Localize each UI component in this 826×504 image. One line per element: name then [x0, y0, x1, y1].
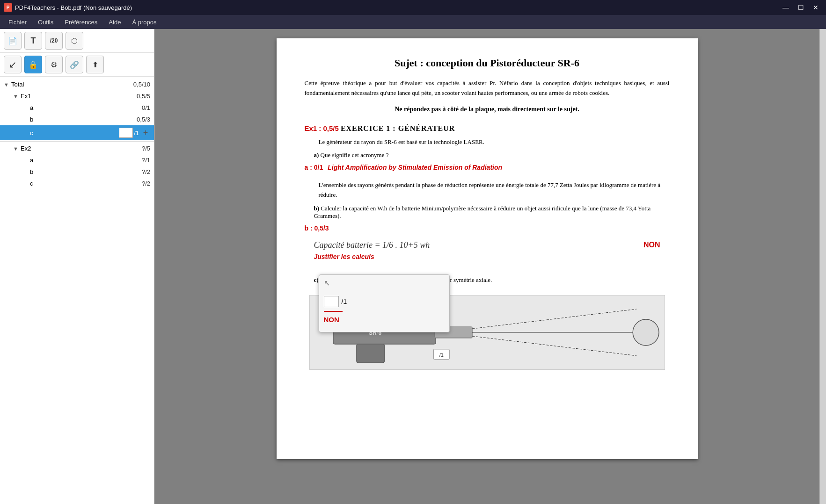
pdf-area[interactable]: Sujet : conception du Pistoréducteur SR-…: [154, 29, 819, 504]
label-ex1-c: c: [30, 130, 119, 137]
tree-row-ex1[interactable]: ▼ Ex1 0,5/5: [0, 90, 154, 102]
menu-apropos[interactable]: À propos: [127, 17, 161, 28]
label-ex1-a: a: [30, 104, 142, 111]
pdf-intro: Cette épreuve théorique a pour but d'éva…: [305, 79, 670, 98]
menu-preferences[interactable]: Préférences: [60, 17, 102, 28]
tree-row-ex1-a[interactable]: a 0/1: [0, 102, 154, 114]
ex1-title: EXERCICE 1 : GÉNÉRATEUR: [341, 124, 455, 133]
grade-input-ex1-c[interactable]: [119, 128, 133, 138]
popup-grade-row: /1: [324, 296, 445, 307]
app-title: PDF4Teachers - Bob.pdf (Non sauvegardé): [15, 4, 132, 11]
right-scrollbar[interactable]: [819, 29, 826, 504]
grade-ex1: 0,5/5: [137, 93, 150, 100]
menu-aide[interactable]: Aide: [104, 17, 125, 28]
label-ex1: Ex1: [21, 93, 137, 100]
grade-total: 0,5/10: [133, 81, 150, 88]
label-ex2: Ex2: [21, 145, 142, 152]
maximize-button[interactable]: ☐: [794, 1, 807, 14]
grade-ex1-b: 0,5/3: [137, 116, 150, 123]
ex1-annotation-b: Justifier les calculs: [314, 253, 374, 260]
svg-text:/1: /1: [439, 352, 443, 358]
label-ex2-b: b: [30, 168, 142, 175]
tree-row-ex1-b[interactable]: b 0,5/3: [0, 114, 154, 125]
app-icon: P: [4, 3, 12, 12]
toggle-ex2: ▼: [13, 146, 21, 151]
svg-point-6: [633, 319, 659, 346]
minimize-button[interactable]: —: [779, 1, 792, 14]
toggle-ex1: ▼: [13, 94, 21, 99]
svg-line-4: [472, 336, 636, 356]
menu-fichier[interactable]: Fichier: [4, 17, 31, 28]
toolbar-row-2: ↙ 🔒 ⚙ 🔗 ⬆: [0, 53, 154, 77]
ex1-handwriting-b: Capacité batterie = 1/6 . 10+5 wh NON Ju…: [305, 237, 670, 264]
toggle-total: ▼: [4, 82, 11, 87]
pdf-page: Sujet : conception du Pistoréducteur SR-…: [277, 38, 698, 459]
pdf-warning: Ne répondez pas à côté de la plaque, mai…: [305, 106, 670, 113]
grade-slash-ex1-c: /1: [134, 130, 139, 137]
ex1-header: Ex1 : 0,5/5 EXERCICE 1 : GÉNÉRATEUR: [305, 124, 670, 133]
popup-grade-input[interactable]: [324, 296, 339, 307]
ex1-sub-grade-b: b : 0,5/3: [305, 224, 670, 232]
ex1-sub-grade-a: a : 0/1 Light Amplification by Stimulate…: [305, 164, 670, 171]
label-ex1-b: b: [30, 116, 137, 123]
ex1-intro: Le générateur du rayon du SR-6 est basé …: [319, 137, 670, 147]
popup-non-annotation: NON: [324, 316, 445, 324]
grade-ex2-a: ?/1: [142, 157, 150, 164]
text-tool-button[interactable]: T: [24, 32, 42, 50]
pdf-icon: 📄: [8, 36, 17, 45]
lock-button[interactable]: 🔒: [24, 56, 42, 73]
grade-icon: /20: [50, 37, 58, 44]
window-controls: — ☐ ✕: [779, 1, 822, 14]
ex1-non-label-b: NON: [643, 241, 660, 249]
tree-row-total[interactable]: ▼ Total 0,5/10: [0, 79, 154, 90]
cursor-icon: ↖: [324, 279, 330, 288]
grade-ex2-b: ?/2: [142, 168, 150, 175]
link-button[interactable]: 🔗: [66, 56, 83, 73]
close-button[interactable]: ✕: [809, 1, 822, 14]
add-grade-button-ex1-c[interactable]: +: [141, 128, 150, 137]
ex1-qa-b-question: b) Calculer la capacité en W.h de la bat…: [314, 205, 670, 220]
popup-red-line: [324, 311, 343, 312]
ex1-handwriting-text: Capacité batterie = 1/6 . 10+5 wh: [314, 240, 430, 250]
pdf-title: Sujet : conception du Pistoréducteur SR-…: [305, 57, 670, 69]
tree-row-ex1-c[interactable]: c /1 +: [0, 125, 154, 140]
grade-ex1-a: 0/1: [142, 104, 150, 111]
polygon-tool-button[interactable]: ⬡: [66, 32, 83, 50]
grade-tool-button[interactable]: /20: [45, 32, 63, 50]
tree-row-ex2-a[interactable]: a ?/1: [0, 154, 154, 166]
popup-grade-slash: /1: [342, 298, 347, 305]
sidebar: 📄 T /20 ⬡ ↙ 🔒 ⚙ 🔗: [0, 29, 154, 504]
ex1-qb-intro: L'ensemble des rayons générés pendant la…: [319, 180, 670, 200]
pdf-tool-button[interactable]: 📄: [4, 32, 22, 50]
svg-line-3: [472, 309, 636, 329]
grade-ex2: ?/5: [142, 145, 150, 152]
ex1-qa-a-question: a) Que signifie cet acronyme ?: [314, 151, 670, 159]
label-ex2-c: c: [30, 180, 142, 187]
popup-body: /1 NON: [319, 291, 449, 332]
label-ex2-a: a: [30, 157, 142, 164]
text-icon: T: [31, 36, 36, 46]
main-area: 📄 T /20 ⬡ ↙ 🔒 ⚙ 🔗: [0, 29, 826, 504]
menu-outils[interactable]: Outils: [33, 17, 58, 28]
grade-tree: ▼ Total 0,5/10 ▼ Ex1 0,5/5 a 0/1: [0, 77, 154, 504]
title-bar: P PDF4Teachers - Bob.pdf (Non sauvegardé…: [0, 0, 826, 15]
gear-icon: ⚙: [51, 60, 57, 69]
tree-row-ex2[interactable]: ▼ Ex2 ?/5: [0, 143, 154, 154]
ex1-grade-label-b: b : 0,5/3: [305, 224, 329, 232]
annotation-popup: ↖ /1 NON: [319, 274, 450, 332]
tree-row-ex2-c[interactable]: c ?/2: [0, 178, 154, 189]
settings-button[interactable]: ⚙: [45, 56, 63, 73]
upload-icon: ⬆: [92, 60, 98, 69]
ex1-grade-label-a: a : 0/1: [305, 164, 323, 171]
svg-rect-2: [356, 344, 384, 363]
toolbar-row-1: 📄 T /20 ⬡: [0, 29, 154, 53]
ex1-grade-label: Ex1 : 0,5/5: [305, 124, 339, 132]
lock-icon: 🔒: [29, 60, 38, 69]
polygon-icon: ⬡: [71, 36, 78, 45]
popup-header-row: ↖: [319, 275, 449, 291]
arrow-icon: ↙: [9, 59, 17, 70]
ex1-annotation-a: Light Amplification by Stimulated Emissi…: [328, 164, 502, 171]
upload-button[interactable]: ⬆: [86, 56, 104, 73]
arrow-button[interactable]: ↙: [4, 56, 22, 73]
tree-row-ex2-b[interactable]: b ?/2: [0, 166, 154, 178]
